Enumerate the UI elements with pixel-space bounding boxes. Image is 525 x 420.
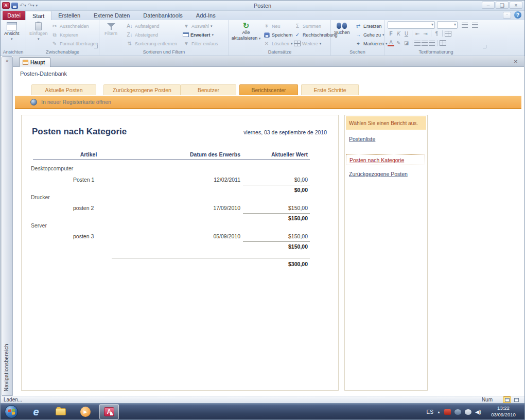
view-button[interactable]: Ansicht▾ — [4, 22, 20, 42]
start-button[interactable] — [5, 405, 18, 418]
tab-erste-schritte[interactable]: Erste Schritte — [301, 84, 359, 95]
tab-berichtscenter[interactable]: Berichtscenter — [239, 84, 298, 95]
link-zurueckgezogene-posten[interactable]: Zurückgezogene Posten — [349, 171, 408, 177]
status-text: Laden... — [4, 397, 22, 402]
bullets-button[interactable] — [462, 21, 468, 29]
taskbar: e ▶ A ES ▲ ◀) 13:22 03/09/2010 — [1, 403, 524, 420]
remove-sort-button[interactable]: ⇅ Sortierung entfernen — [126, 39, 177, 48]
copy-button[interactable]: ⧉ Kopieren — [51, 30, 78, 39]
cut-icon: ✂ — [51, 23, 58, 29]
text-direction-icon[interactable]: ¶ — [433, 31, 440, 37]
cut-button[interactable]: ✂ Ausschneiden — [51, 22, 89, 30]
tab-datenbanktools[interactable]: Datenbanktools — [136, 11, 189, 20]
file-tab[interactable]: Datei — [3, 11, 25, 20]
tray-action-center-icon[interactable] — [465, 409, 471, 415]
font-family-select[interactable] — [388, 21, 435, 29]
increase-indent-icon[interactable]: ⇥ — [422, 31, 429, 37]
sort-ascending-icon: A↓ — [126, 23, 133, 29]
align-center-icon[interactable] — [422, 41, 428, 46]
replace-button[interactable]: ⇄ Ersetzen — [355, 22, 382, 30]
background-color-icon[interactable] — [445, 31, 451, 37]
new-record-button[interactable]: ✳ Neu — [263, 22, 281, 30]
tab-add-ins[interactable]: Add-Ins — [189, 11, 222, 20]
close-document-icon[interactable]: ✕ — [512, 58, 520, 65]
more-records-button[interactable]: Weitere▾ — [294, 39, 321, 48]
help-icon[interactable]: ? — [514, 11, 521, 19]
link-posten-nach-kategorie[interactable]: Posten nach Kategorie — [349, 157, 404, 163]
paste-button[interactable]: Einfügen▾ — [29, 22, 48, 42]
clock-time: 13:22 — [485, 405, 521, 411]
bold-button[interactable]: F — [388, 31, 394, 37]
copy-icon: ⧉ — [51, 32, 58, 38]
internet-explorer-icon[interactable]: e — [27, 405, 45, 418]
gridlines-icon[interactable] — [440, 40, 446, 46]
spelling-icon: ✓ — [294, 32, 301, 38]
volume-icon[interactable]: ◀) — [475, 409, 481, 415]
format-painter-button[interactable]: ✎ Format übertragen — [51, 39, 98, 48]
find-button[interactable]: Suchen — [334, 22, 350, 35]
align-left-icon[interactable] — [414, 41, 421, 46]
grand-total-value: $300,00 — [261, 261, 308, 267]
tray-app-icon[interactable] — [444, 409, 451, 415]
funnel-icon — [107, 23, 116, 30]
tab-zurueckgezogene-posten[interactable]: Zurückgezogene Posten — [103, 84, 181, 95]
tab-erstellen[interactable]: Erstellen — [51, 11, 87, 20]
underline-button[interactable]: U — [403, 31, 410, 37]
open-in-new-tab-banner[interactable]: In neuer Registerkarte öffnen — [15, 96, 521, 109]
link-postenliste[interactable]: Postenliste — [349, 136, 375, 142]
tab-aktuelle-posten[interactable]: Aktuelle Posten — [31, 84, 96, 95]
toggle-filter-button[interactable]: ▼ Filter ein/aus — [183, 39, 218, 48]
advanced-filter-button[interactable]: Erweitert▾ — [183, 30, 214, 39]
tab-benutzer[interactable]: Benutzer — [181, 84, 236, 95]
selection-filter-icon: ▼ — [183, 23, 190, 29]
doc-tab-haupt[interactable]: Haupt — [19, 57, 50, 67]
close-button[interactable]: × — [510, 2, 522, 9]
clock-date: 03/09/2010 — [485, 411, 521, 418]
access-taskbar-button[interactable]: A — [99, 404, 119, 419]
selected-report-box[interactable]: Posten nach Kategorie — [346, 154, 425, 165]
fill-color-button[interactable]: ◪ — [403, 40, 410, 46]
minimize-button[interactable]: – — [482, 2, 495, 9]
clipboard-dialog-launcher-icon[interactable] — [94, 45, 98, 48]
font-color-button[interactable]: A — [388, 40, 394, 46]
tray-network-icon[interactable] — [454, 409, 461, 415]
window-title: Posten — [1, 3, 524, 9]
delete-record-button[interactable]: ✕ Löschen▾ — [263, 39, 293, 48]
explorer-folder-icon[interactable] — [52, 405, 69, 418]
taskbar-clock[interactable]: 13:22 03/09/2010 — [485, 405, 521, 418]
totals-button[interactable]: Σ Summen — [294, 22, 321, 30]
decrease-indent-icon[interactable]: ⇤ — [414, 31, 421, 37]
title-bar: A ↶▾ ↷▾ ▾ Posten – ❏ × — [1, 1, 524, 11]
tray-expand-icon[interactable]: ▲ — [437, 410, 441, 414]
sort-ascending-button[interactable]: A↓ Aufsteigend — [126, 22, 160, 30]
tab-start[interactable]: Start — [25, 11, 51, 20]
report-view: Posten nach Kategorie viernes, 03 de sep… — [21, 115, 339, 391]
font-size-select[interactable] — [437, 21, 458, 29]
item-date: 17/09/2010 — [194, 205, 240, 211]
item-name: posten 3 — [73, 233, 94, 239]
refresh-all-button[interactable]: ↻ Alle aktualisieren ▾ — [231, 22, 261, 41]
minimize-ribbon-icon[interactable]: ˆ — [503, 12, 511, 19]
restore-button[interactable]: ❏ — [496, 2, 509, 9]
filter-button[interactable]: Filtern — [104, 23, 117, 36]
save-record-button[interactable]: Speichern — [263, 30, 293, 39]
sigma-icon: Σ — [294, 23, 301, 29]
align-right-icon[interactable] — [429, 41, 435, 46]
header-rule — [33, 160, 310, 160]
expand-nav-pane-icon[interactable]: » — [2, 58, 12, 63]
navigation-pane-collapsed[interactable]: » Navigationsbereich — [2, 56, 13, 396]
textfmt-dialog-launcher-icon[interactable] — [483, 45, 486, 48]
selection-button[interactable]: ▼ Auswahl▾ — [183, 22, 213, 30]
language-indicator[interactable]: ES — [427, 409, 433, 415]
goto-button[interactable]: → Gehe zu▾ — [355, 30, 384, 39]
report-view-button[interactable] — [503, 396, 511, 403]
select-button[interactable]: ⌖ Markieren▾ — [355, 39, 388, 48]
sort-descending-button[interactable]: Z↓ Absteigend — [126, 30, 158, 39]
layout-view-button[interactable] — [512, 396, 520, 403]
numbering-button[interactable] — [472, 21, 478, 29]
sort-descending-icon: Z↓ — [126, 32, 133, 38]
italic-button[interactable]: K — [395, 31, 402, 37]
highlight-button[interactable]: ✎ — [395, 40, 402, 46]
media-player-icon[interactable]: ▶ — [77, 405, 94, 418]
tab-externe-daten[interactable]: Externe Daten — [87, 11, 136, 20]
